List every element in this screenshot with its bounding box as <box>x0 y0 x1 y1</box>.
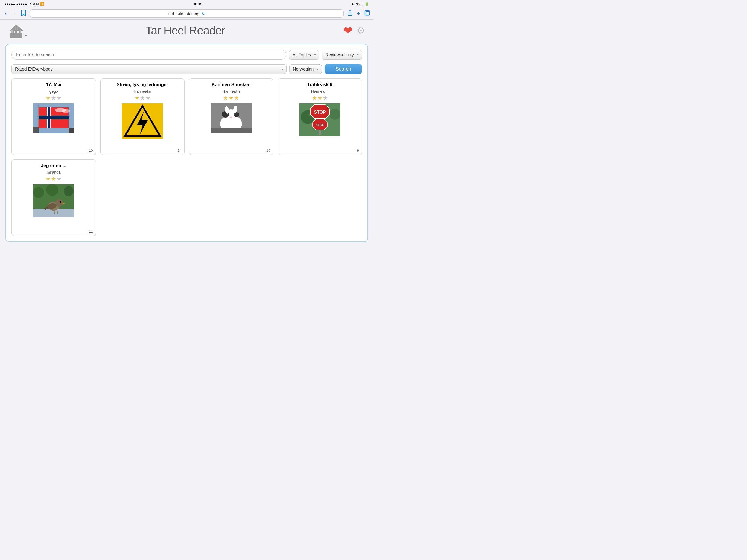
filter-bar: All Topics Reviewed only <box>11 50 362 59</box>
star-3-3: ★ <box>234 95 239 101</box>
book-card-4[interactable]: Trafikk skilt Hannealm ★ ★ ★ STOP <box>278 78 362 155</box>
wifi-icon: 📶 <box>40 2 44 6</box>
favorites-heart-icon[interactable]: ❤ <box>343 24 353 37</box>
rating-select[interactable]: Rated E/Everybody <box>11 64 287 74</box>
main-content: All Topics Reviewed only Rated E/Everybo… <box>5 44 368 242</box>
star-3-1: ★ <box>223 95 228 101</box>
status-right: ➤ 95% 🔋 <box>351 2 369 6</box>
app-title: Tar Heel Reader <box>146 24 225 37</box>
star-4-2: ★ <box>317 95 323 101</box>
search-button[interactable]: Search <box>325 64 362 74</box>
svg-point-32 <box>234 113 235 115</box>
svg-rect-11 <box>20 29 21 33</box>
svg-rect-3 <box>10 33 22 38</box>
book-stars-5: ★ ★ ★ <box>46 176 61 182</box>
book-card-3[interactable]: Kaninen Snusken Hannealm ★ ★ ★ <box>189 78 274 155</box>
bookmarks-button[interactable] <box>20 9 27 18</box>
tabs-button[interactable] <box>364 10 370 17</box>
book-author-5: miranda <box>47 170 61 175</box>
reviewed-filter-wrap: Reviewed only <box>322 50 362 59</box>
svg-rect-22 <box>69 128 74 133</box>
svg-rect-10 <box>11 29 12 33</box>
topics-filter-wrap: All Topics <box>289 50 319 59</box>
book-image-5 <box>33 184 74 217</box>
book-card-1[interactable]: 17. Mai gego ★ ★ ★ <box>11 78 96 155</box>
rating-filter-wrap: Rated E/Everybody <box>11 64 287 74</box>
book-card-2[interactable]: Strøm, lys og ledninger Hannealm ★ ★ ★ 1… <box>100 78 185 155</box>
book-stars-1: ★ ★ ★ <box>46 95 61 101</box>
svg-text:STOP: STOP <box>314 110 326 114</box>
svg-point-54 <box>60 201 61 203</box>
settings-gear-icon[interactable]: ⚙ <box>357 25 365 36</box>
star-4-1: ★ <box>312 95 317 101</box>
book-image-3 <box>210 103 252 133</box>
search-text-input[interactable] <box>11 50 286 59</box>
location-icon: ➤ <box>351 2 354 6</box>
book-pagecount-3: 10 <box>266 149 270 153</box>
forward-button[interactable]: › <box>12 10 17 17</box>
svg-point-35 <box>230 117 232 119</box>
star-2-2: ★ <box>140 95 145 101</box>
add-tab-button[interactable]: + <box>357 10 360 17</box>
unc-logo-icon <box>8 22 25 39</box>
star-5-1: ★ <box>46 176 51 182</box>
carrier-name: ●●●●● Telia N <box>16 2 38 6</box>
svg-rect-36 <box>210 128 252 133</box>
svg-point-55 <box>60 202 61 202</box>
book-title-1: 17. Mai <box>46 82 61 87</box>
book-title-3: Kaninen Snusken <box>212 82 251 87</box>
book-pagecount-2: 14 <box>178 149 182 153</box>
star-1-1: ★ <box>46 95 51 101</box>
url-text: tarheelreader.org <box>169 11 200 16</box>
language-select[interactable]: Norwegian <box>289 64 322 74</box>
reviewed-select[interactable]: Reviewed only <box>322 50 362 59</box>
topics-select[interactable]: All Topics <box>289 50 319 59</box>
refresh-icon[interactable]: ↻ <box>202 11 205 16</box>
empty-slot-3 <box>278 159 362 236</box>
status-time: 10.15 <box>193 2 202 6</box>
star-2-1: ★ <box>134 95 139 101</box>
browser-bar: ‹ › tarheelreader.org ↻ + <box>0 8 374 20</box>
share-button[interactable] <box>347 10 353 17</box>
star-3-2: ★ <box>229 95 233 101</box>
book-grid-row1: 17. Mai gego ★ ★ ★ <box>11 78 362 155</box>
svg-rect-2 <box>366 11 369 15</box>
book-image-4: STOP STOP <box>300 103 340 136</box>
back-button[interactable]: ‹ <box>3 10 8 17</box>
svg-rect-17 <box>48 107 50 128</box>
header-actions: ❤ ⚙ <box>343 24 365 37</box>
book-pagecount-1: 10 <box>89 149 93 153</box>
star-5-3: ★ <box>57 176 61 182</box>
svg-rect-1 <box>365 11 370 15</box>
book-image-2 <box>122 103 163 139</box>
battery-icon: 🔋 <box>365 2 369 6</box>
svg-point-48 <box>33 187 44 198</box>
book-author-2: Hannealm <box>134 89 151 94</box>
book-author-4: Hannealm <box>311 89 329 94</box>
logo-area[interactable]: ▼ <box>8 22 27 39</box>
star-2-3: ★ <box>146 95 150 101</box>
logo-tag: ▼ <box>25 34 27 37</box>
book-stars-3: ★ ★ ★ <box>223 95 239 101</box>
signal-dots: ●●●●● <box>4 2 15 6</box>
empty-slot-2 <box>189 159 274 236</box>
star-1-3: ★ <box>57 95 61 101</box>
book-grid-row2: Jeg er en ... miranda ★ ★ ★ <box>11 159 362 236</box>
book-card-5[interactable]: Jeg er en ... miranda ★ ★ ★ <box>11 159 96 236</box>
book-image-1 <box>33 103 74 133</box>
status-bar: ●●●●● ●●●●● Telia N 📶 10.15 ➤ 95% 🔋 <box>0 0 374 8</box>
svg-rect-9 <box>17 27 18 30</box>
book-stars-4: ★ ★ ★ <box>312 95 328 101</box>
url-bar[interactable]: tarheelreader.org ↻ <box>30 9 344 18</box>
language-filter-wrap: Norwegian <box>289 64 322 74</box>
book-author-3: Hannealm <box>222 89 240 94</box>
svg-point-39 <box>330 109 340 120</box>
filter-bar-row2: Rated E/Everybody Norwegian Search <box>11 64 362 74</box>
status-carrier: ●●●●● ●●●●● Telia N 📶 <box>4 2 44 6</box>
svg-point-20 <box>62 109 70 113</box>
svg-rect-16 <box>38 117 69 119</box>
battery-level: 95% <box>356 2 363 6</box>
star-5-2: ★ <box>51 176 56 182</box>
svg-rect-5 <box>15 30 18 34</box>
app-header: ▼ Tar Heel Reader ❤ ⚙ <box>0 20 374 42</box>
